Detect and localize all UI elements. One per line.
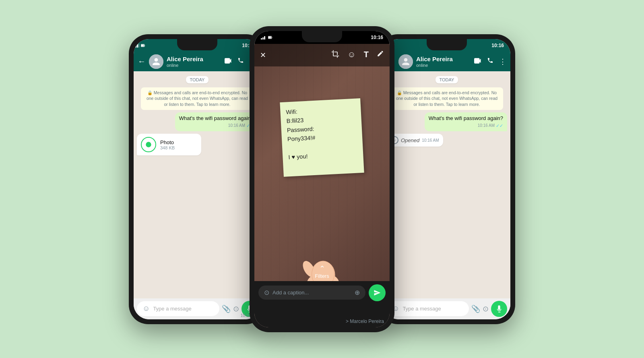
date-badge-left: TODAY [186,76,209,83]
attach-icon-left[interactable]: 📎 [222,304,231,313]
contact-name-right: Alice Pereira [416,56,471,63]
sent-time-left: 10:16 AM [228,123,245,128]
svg-rect-5 [144,45,145,46]
svg-marker-8 [262,37,264,39]
contact-info-left: Alice Pereira online [167,56,221,68]
phone-center: 10:16 ✕ ☺ T [250,26,394,332]
svg-marker-7 [261,38,262,39]
opened-label-right: Opened [401,137,419,143]
chat-body-left: TODAY 🔒 Messages and calls are end-to-en… [134,71,261,298]
video-icon-right[interactable] [474,57,481,66]
sent-text-right: What's the wifi password again? [429,115,503,122]
encryption-notice-left: 🔒 Messages and calls are end-to-end encr… [141,87,254,110]
contact-status-right: online [416,63,471,68]
svg-marker-9 [264,36,265,39]
wa-header-left: ← Alice Pereira online [134,52,261,71]
notch-right [427,39,467,50]
encryption-notice-right: 🔒 Messages and calls are end-to-end encr… [390,87,503,110]
opened-time-right: 10:16 AM [422,138,439,143]
media-size-left: 348 KB [160,145,175,150]
caption-input-row: ⊙ Add a caption... ⊕ [258,284,386,301]
notch-left [177,39,217,50]
avatar-right [398,54,413,69]
header-actions-right: ⋮ [474,57,506,66]
sent-message-row-right: What's the wifi password again? 10:16 AM… [386,112,507,132]
sent-text-left: What's the wifi password again? [179,115,254,122]
contact-status-left: online [167,63,221,68]
caption-bar: ⊙ Add a caption... ⊕ > Marcelo Pereira [254,281,390,327]
sender-label: > Marcelo Pereira [346,319,384,324]
chat-input-wrap-right[interactable]: ☺ Type a message [386,301,469,316]
attach-icon-right[interactable]: 📎 [471,304,480,313]
opened-bubble-right: ↻ Opened 10:16 AM [386,134,443,147]
draw-icon-center[interactable] [377,50,384,60]
contact-name-left: Alice Pereira [167,56,221,63]
status-time-right: 10:16 [491,43,504,48]
media-info-left: Photo 348 KB [160,139,175,150]
camera-icon-left[interactable]: ⊙ [233,304,239,313]
svg-marker-0 [134,46,135,48]
received-media-row-left: Photo 348 KB 10:16 AM [137,134,258,155]
check-mark-right: ✓✓ [496,123,503,129]
avatar-left [149,54,163,69]
svg-rect-6 [141,44,144,46]
emoji-icon-left[interactable]: ☺ [142,304,150,313]
caption-placeholder-text: Add a caption... [272,290,351,296]
svg-marker-3 [138,43,139,48]
phone-right: 10:16 ← Alice Pereira online [378,34,515,324]
status-time-center: 10:16 [371,35,383,40]
signal-icons-left [134,43,145,48]
media-bubble-left: Photo 348 KB 10:16 AM [137,134,201,155]
sticky-note-text: Wifi:B:llil23Password:Pony334!#I ♥ you! [286,104,358,162]
phone-left: 10:16 ← Alice Pereira online [129,34,266,324]
signal-icons-center [261,35,272,39]
call-icon-left[interactable] [237,57,244,66]
sent-meta-right: 10:16 AM ✓✓ [429,123,503,129]
sent-bubble-left: What's the wifi password again? 10:16 AM… [175,112,258,132]
filters-area[interactable]: ⌃ Filters [254,264,390,279]
send-button-center[interactable] [369,284,386,301]
date-badge-right: TODAY [436,76,458,83]
filters-chevron-icon: ⌃ [254,264,390,273]
notch-center [302,31,342,42]
camera-icon-right[interactable]: ⊙ [483,304,489,313]
close-icon-center[interactable]: ✕ [260,51,266,60]
opened-message-row-right: ↻ Opened 10:16 AM [386,134,507,147]
text-icon-center[interactable]: T [364,50,369,60]
date-divider-left: TODAY [137,76,258,83]
date-divider-right: TODAY [386,76,507,83]
svg-marker-1 [135,46,136,48]
sticky-note: Wifi:B:llil23Password:Pony334!#I ♥ you! [280,98,364,176]
sent-meta-left: 10:16 AM ✓✓ [179,123,254,129]
svg-rect-12 [268,36,271,38]
chat-body-right: TODAY 🔒 Messages and calls are end-to-en… [383,71,510,298]
mic-button-right[interactable] [491,301,507,317]
video-icon-left[interactable] [225,57,232,66]
wa-header-right: ← Alice Pereira online [383,52,510,71]
chat-input-right[interactable]: Type a message [402,306,463,312]
sent-bubble-right: What's the wifi password again? 10:16 AM… [425,112,507,132]
emoji-icon-center[interactable]: ☺ [347,50,355,60]
svg-rect-11 [272,37,272,38]
media-label-left: Photo [160,139,175,145]
filters-label: Filters [315,273,329,279]
editor-tools: ☺ T [331,50,384,60]
editor-toolbar: ✕ ☺ T [254,44,390,66]
caption-emoji-icon[interactable]: ⊙ [264,289,269,296]
more-icon-right[interactable]: ⋮ [499,57,506,66]
caption-input-wrap[interactable]: ⊙ Add a caption... ⊕ [258,286,365,300]
svg-marker-2 [137,44,138,48]
sent-message-row-left: What's the wifi password again? 10:16 AM… [137,112,258,132]
media-download-icon[interactable] [141,137,156,152]
contact-info-right: Alice Pereira online [416,56,471,68]
sender-row: > Marcelo Pereira [258,319,386,324]
back-button-left[interactable]: ← [138,57,146,66]
chat-input-bar-right: ☺ Type a message 📎 ⊙ [383,298,510,319]
sent-time-right: 10:16 AM [478,123,495,128]
caption-record-icon[interactable]: ⊕ [355,289,360,296]
photo-editor: ✕ ☺ T Wifi:B:llil23Password:Pony33 [254,44,390,327]
chat-input-left[interactable]: Type a message [153,306,214,312]
call-icon-right[interactable] [487,57,493,66]
crop-icon[interactable] [331,50,339,60]
chat-input-wrap-left[interactable]: ☺ Type a message [137,301,219,316]
